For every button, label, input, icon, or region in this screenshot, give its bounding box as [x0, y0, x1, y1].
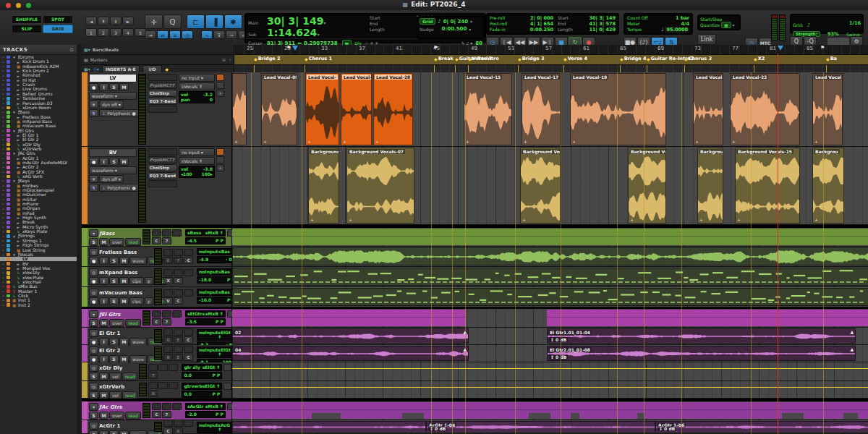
send-slot-X[interactable]: X	[163, 277, 173, 284]
folder-toggle-icon[interactable]: ◎	[89, 248, 98, 256]
io-value-label[interactable]: -3.5	[187, 320, 197, 324]
elastic-plugin-selector[interactable]: dyn off ▾	[99, 101, 124, 109]
track-name-label[interactable]: ƒBass	[99, 231, 114, 237]
track-name-button[interactable]: BV	[89, 148, 137, 157]
folder-clip-band[interactable]	[232, 310, 466, 326]
output-display[interactable]: sElGtrssMxB ↟	[185, 310, 226, 318]
track-name-label[interactable]: AcGtr 1	[99, 423, 120, 429]
io-value-label[interactable]: noInput	[199, 250, 218, 254]
io-value[interactable]: P P	[213, 373, 221, 378]
clip-gain-icon[interactable]: +	[375, 140, 379, 144]
expand-button[interactable]: +	[216, 164, 224, 171]
folder-toggle-icon[interactable]: ◎	[89, 346, 98, 354]
track-view-selector[interactable]: wave	[129, 257, 147, 265]
io-value[interactable]: sMxB ↟	[205, 404, 224, 409]
grid-note-icon[interactable]: ♪	[438, 19, 441, 25]
track-header-elgtr1[interactable]: ◎El Gtr 1●ISMwaveread···GECnoInputsElGt …	[82, 328, 232, 345]
track-show-dot-icon[interactable]: •	[2, 78, 5, 82]
track-lane-acgtr1[interactable]: AcGtr 1-04↕ 0 dBAcGtr 1-06↕ 0 dB	[232, 420, 868, 434]
track-show-dot-icon[interactable]: •	[2, 197, 5, 202]
clip-gain-badge[interactable]: ↕ 0 dB	[658, 426, 676, 431]
volume-pan-display[interactable]: 0.0P P	[182, 391, 222, 398]
record-enable-button[interactable]: ●	[89, 83, 98, 91]
track-show-dot-icon[interactable]: •	[2, 142, 5, 147]
marker-break[interactable]: ◆Break	[434, 56, 454, 61]
send-slot-R[interactable]: R	[148, 390, 158, 397]
audio-clip-background-vo[interactable]: Background Vo+	[520, 148, 561, 224]
clip-gain-icon[interactable]: +	[630, 218, 634, 222]
track-name-label[interactable]: xGtrVerb	[99, 384, 124, 390]
postroll-value[interactable]: 4| 1| 654	[530, 21, 553, 27]
send-slot-empty[interactable]: ·	[184, 346, 193, 353]
folder-toggle-icon[interactable]: ▾	[89, 403, 98, 411]
track-show-dot-icon[interactable]: •	[2, 192, 5, 197]
io-value[interactable]: P P	[216, 239, 224, 243]
io-value[interactable]: sElGt ↟	[203, 384, 221, 388]
io-value-label[interactable]: sBass	[187, 231, 201, 235]
nudge-value[interactable]: 0:00.500	[442, 26, 467, 32]
record-enable-button[interactable]: ●	[89, 158, 98, 166]
selection-marker-icon[interactable]	[778, 46, 783, 51]
output-display[interactable]: gtr dlysElGt ↟	[182, 364, 222, 371]
output-meters[interactable]	[771, 14, 787, 43]
clip-gain-icon[interactable]: +	[814, 140, 818, 144]
track-show-dot-icon[interactable]: •	[2, 96, 5, 101]
send-slot-A[interactable]: A	[174, 427, 183, 434]
extra-selector[interactable]: p	[145, 277, 153, 285]
preroll-label[interactable]: Pre-roll	[490, 15, 505, 21]
track-show-dot-icon[interactable]: •	[2, 74, 5, 78]
clip-gain-badge[interactable]: ↕ 0 dB	[549, 337, 568, 342]
track-show-dot-icon[interactable]: •	[2, 216, 5, 220]
io-value-label[interactable]: noInput	[199, 331, 218, 339]
volume-pan-display[interactable]: vol-3.8◂100100▸	[179, 166, 215, 178]
track-lane-facgtrs[interactable]	[232, 401, 868, 420]
io-value-label[interactable]: -18.0	[199, 278, 211, 282]
track-show-dot-icon[interactable]: •	[2, 234, 5, 239]
track-lane-elgtr1[interactable]: 02▲El Gtr1.01_01-04↕ 0 dB▲	[232, 328, 868, 345]
send-slot-empty[interactable]: ·	[174, 420, 183, 427]
tracks-sidebar-header[interactable]: TRACKS ⊙	[0, 45, 77, 55]
automation-mode-selector[interactable]: read	[125, 319, 141, 327]
io-value-label[interactable]: -4.5	[187, 239, 197, 243]
track-header-felgtrs[interactable]: ▾ƒEl GtrsSMoverread···C7sElGtrssMxB ↟-3.…	[82, 309, 232, 328]
send-slot-C[interactable]: C	[174, 277, 183, 284]
grid-value[interactable]: 0| 0| 240	[443, 19, 468, 25]
insert-chnlstrp[interactable]: ChnlStrp	[148, 164, 177, 171]
track-lane-bv[interactable]: Background V+Background Vocals-07+Backgr…	[232, 147, 868, 225]
io-value[interactable]: P P	[216, 320, 224, 324]
mode-spot-button[interactable]: SPOT	[43, 15, 73, 24]
track-header-xgtrverb[interactable]: ◎xGtrVerbSMvolread···RgtrverbsElGt ↟0.0P…	[82, 381, 232, 399]
output-selector[interactable]: sVocals ↟	[179, 157, 215, 165]
mute-button[interactable]: M	[119, 83, 129, 91]
volume-pan-display[interactable]: -18.0P P	[197, 276, 237, 284]
send-slot-C[interactable]: C	[163, 427, 173, 434]
waveform-zoom-button[interactable]: ⇞	[98, 17, 109, 25]
track-show-dot-icon[interactable]: •	[2, 161, 5, 165]
track-name-label[interactable]: El Gtr 1	[99, 331, 120, 336]
track-view-selector[interactable]: clps	[129, 277, 144, 285]
io-value-label[interactable]: noInput	[199, 423, 218, 432]
sub-counter-caret-icon[interactable]: ▾	[317, 32, 319, 37]
selector-tool-icon[interactable]: ▐	[205, 14, 224, 29]
send-slot-empty[interactable]: ·	[174, 249, 183, 256]
mode-shuffle-button[interactable]: SHUFFLE	[12, 15, 42, 24]
marker-bridge-2[interactable]: ◆Bridge 2	[254, 56, 281, 61]
startstop-quantize-label1[interactable]: Start/Stop	[700, 17, 738, 22]
track-name-label[interactable]: xGtr Dly	[99, 365, 122, 371]
countoff-label[interactable]: Count Off	[627, 15, 648, 21]
link-timeline-edit-icon[interactable]: ⇄	[157, 30, 169, 39]
output-display[interactable]: noInputsBas ↟	[197, 289, 237, 296]
folder-clip-band[interactable]	[232, 229, 868, 245]
track-show-dot-icon[interactable]: •	[2, 207, 5, 211]
io-value[interactable]: P P	[216, 412, 224, 417]
marker-chorus-1[interactable]: ◆Chorus 1	[305, 56, 332, 61]
automation-icon[interactable]: ↯	[89, 109, 98, 117]
clip-gain-icon[interactable]: +	[732, 140, 736, 144]
track-show-dot-icon[interactable]: •	[2, 184, 5, 188]
send-slot-C[interactable]: C	[152, 237, 161, 244]
comments-button[interactable]	[224, 383, 231, 390]
audio-clip-lead-vocal-23[interactable]: Lead Vocal-23+	[730, 73, 800, 145]
track-show-dot-icon[interactable]: •	[2, 284, 5, 289]
zoom-in-horizontal-button[interactable]: ►	[122, 17, 134, 25]
io-value-label[interactable]: 0.0	[184, 373, 192, 378]
